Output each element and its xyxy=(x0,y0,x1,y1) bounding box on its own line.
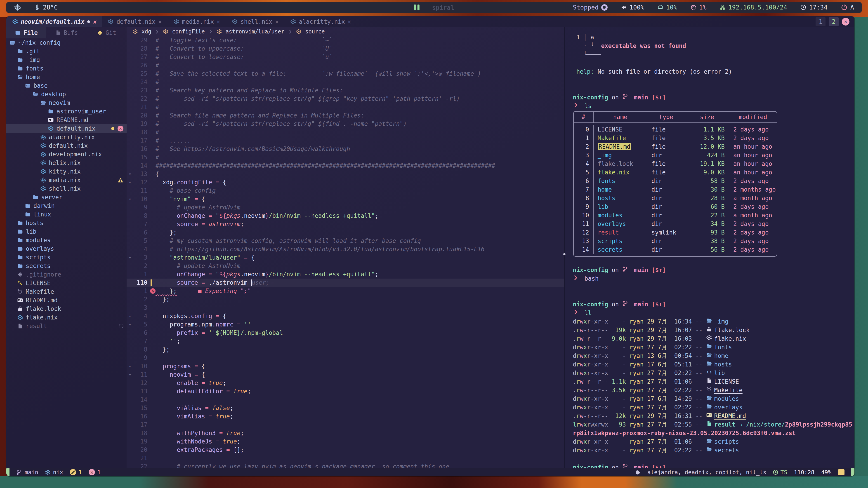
code-line[interactable]: 8 onChange = "${pkgs.neovim}/bin/nvim --… xyxy=(127,212,564,220)
code-line[interactable]: 16# See https://astronvim.com/Basic%20Us… xyxy=(127,145,564,153)
code-line[interactable]: ▾3 "astronvim/lua/user" = { xyxy=(127,254,564,262)
buffer-tab-alacritty-nix[interactable]: alacritty.nix✕ xyxy=(284,16,357,27)
code-line[interactable]: 14 xyxy=(127,396,564,404)
code-line[interactable]: 1 onChange = "${pkgs.neovim}/bin/nvim --… xyxy=(127,270,564,279)
tree-item-linux[interactable]: linux xyxy=(6,210,127,219)
tree-item--img[interactable]: _img xyxy=(6,56,127,64)
diagnostics-error-icon[interactable]: ✕ xyxy=(89,469,95,475)
code-line[interactable]: 6 }; xyxy=(127,228,564,237)
tree-item-default-nix[interactable]: default.nix✕ xyxy=(6,124,127,133)
code-line[interactable]: 18# xyxy=(127,128,564,136)
code-line[interactable]: 8 }; xyxy=(127,346,564,354)
terminal-pane[interactable]: 1 │ a · ╰─ executable was not found ╰───… xyxy=(565,27,855,468)
code-line[interactable]: 12 enable = true; xyxy=(127,379,564,387)
code-line-current[interactable]: 110 source = ./astronvim_user; xyxy=(127,279,564,287)
buffer-tab-neovim-default-nix[interactable]: neovim/default.nix✕ xyxy=(6,16,102,27)
code-line[interactable]: 16 vimAlias = true; xyxy=(127,412,564,421)
code-line[interactable]: 19 withNodeJs = true; xyxy=(127,437,564,446)
buffer-close-icon[interactable]: ✕ xyxy=(348,18,351,25)
code-line[interactable]: 20# Search file name pattern and Replace… xyxy=(127,111,564,120)
code-line[interactable]: 11 # base config xyxy=(127,187,564,195)
volume-icon[interactable] xyxy=(621,4,627,10)
fold-open-icon[interactable]: ▾ xyxy=(127,195,133,203)
vim-tab-1[interactable]: 1 xyxy=(815,17,826,26)
fold-open-icon[interactable]: ▾ xyxy=(127,178,133,187)
tree-item-alacritty-nix[interactable]: alacritty.nix xyxy=(6,133,127,141)
code-line[interactable]: 4 # https://github.com/AstroNvim/AstroNv… xyxy=(127,245,564,254)
tab-close-button[interactable]: ✕ xyxy=(842,18,849,26)
code-line[interactable]: ▾10 "nvim" = { xyxy=(127,195,564,203)
fold-open-icon[interactable]: ▾ xyxy=(127,320,133,329)
file-explorer[interactable]: FileBufsGit ~/nix-config.git_imgfontshom… xyxy=(6,27,127,468)
code-line[interactable]: 14######################################… xyxy=(127,162,564,170)
buffer-close-icon[interactable]: ✕ xyxy=(275,18,279,25)
tree-item--gitignore[interactable]: .gitignore xyxy=(6,270,127,279)
tree-item-kitty-nix[interactable]: kitty.nix xyxy=(6,167,127,176)
power-icon[interactable] xyxy=(841,4,848,11)
code-line[interactable]: 21 xyxy=(127,454,564,462)
tree-item-README-md[interactable]: README.md xyxy=(6,116,127,124)
code-line[interactable]: 19# sed -ri "s/pattern_str/replace_str/g… xyxy=(127,120,564,128)
code-line[interactable]: 26# xyxy=(127,61,564,70)
code-line[interactable]: 15 viAlias = false; xyxy=(127,404,564,412)
code-line[interactable]: 7 source = astronvim; xyxy=(127,220,564,228)
tree-item-media-nix[interactable]: media.nix xyxy=(6,176,127,184)
breadcrumb-segment[interactable]: configFile xyxy=(172,29,205,35)
breadcrumb-segment[interactable]: astronvim/lua/user xyxy=(225,29,284,35)
tree-item-shell-nix[interactable]: shell.nix xyxy=(6,184,127,193)
network-icon[interactable] xyxy=(719,4,725,10)
vim-tab-2[interactable]: 2 xyxy=(829,17,839,26)
code-line[interactable]: 28# Convert to uppercase: `U` xyxy=(127,44,564,53)
close-buffer-icon[interactable]: ✕ xyxy=(118,126,123,131)
tree-item-helix-nix[interactable]: helix.nix xyxy=(6,159,127,167)
code-line[interactable]: 17# ...... xyxy=(127,136,564,145)
tree-item-Makefile[interactable]: Makefile xyxy=(6,287,127,296)
code-line[interactable]: 20 extraPackages = []; xyxy=(127,446,564,454)
fold-open-icon[interactable]: ▾ xyxy=(127,254,133,262)
code-line[interactable]: ▾4 nixpkgs.config = { xyxy=(127,312,564,320)
keyboard-layout[interactable]: A xyxy=(850,4,854,11)
breadcrumb-segment[interactable]: xdg xyxy=(142,29,151,35)
tree-item-README-md[interactable]: README.md xyxy=(6,296,127,304)
code-line[interactable]: ▾5 programs.npm.npmrc = '' xyxy=(127,320,564,329)
tree-item-base[interactable]: base xyxy=(6,81,127,90)
code-line[interactable]: 6 prefix = ''${HOME}/.npm-global xyxy=(127,329,564,337)
code-line[interactable]: ▾10 programs = { xyxy=(127,362,564,370)
tree-item-home[interactable]: home xyxy=(6,73,127,81)
tree-item-modules[interactable]: modules xyxy=(6,236,127,245)
buffer-close-icon[interactable]: ✕ xyxy=(217,18,220,25)
tree-item-result[interactable]: result xyxy=(6,322,127,330)
buffer-tab-shell-nix[interactable]: shell.nix✕ xyxy=(226,16,285,27)
code-line[interactable]: 22# sed -ri "s/pattern_str/replace_str/g… xyxy=(127,95,564,103)
stop-icon[interactable] xyxy=(601,4,608,11)
tree-item-server[interactable]: server xyxy=(6,193,127,201)
code-line[interactable]: 22 # currently we use lazy.nvim as neovi… xyxy=(127,462,564,468)
code-line[interactable]: 2 }; xyxy=(127,295,564,304)
tree-item--git[interactable]: .git xyxy=(6,47,127,56)
git-branch-name[interactable]: main xyxy=(25,469,38,476)
code-line[interactable]: 5 # my cusotom astronvim config, astronv… xyxy=(127,237,564,245)
code-line[interactable]: 9 # update AstroNvim xyxy=(127,203,564,212)
tree-item-fonts[interactable]: fonts xyxy=(6,64,127,73)
code-line[interactable]: 23# Search key pattern and Replace in Mu… xyxy=(127,86,564,95)
explorer-tab-bufs[interactable]: Bufs xyxy=(46,27,86,38)
tree-item-flake-nix[interactable]: flake.nix xyxy=(6,313,127,322)
fold-open-icon[interactable]: ▾ xyxy=(127,312,133,320)
tree-item-secrets[interactable]: secrets xyxy=(6,262,127,270)
code-line[interactable]: 24# xyxy=(127,78,564,86)
fold-open-icon[interactable]: ▾ xyxy=(127,362,133,370)
explorer-tab-git[interactable]: Git xyxy=(87,27,127,38)
tree-item-darwin[interactable]: darwin xyxy=(6,201,127,210)
fold-open-icon[interactable]: ▾ xyxy=(127,170,133,178)
code-line[interactable]: 25# Save the selected text to a file: `:… xyxy=(127,70,564,78)
buffer-close-icon[interactable]: ✕ xyxy=(158,18,162,25)
code-line[interactable]: 27# Convert to lowercase: `u` xyxy=(127,53,564,61)
breadcrumb-segment[interactable]: source xyxy=(305,29,325,35)
code-line[interactable]: ▾13{ xyxy=(127,170,564,178)
code-line[interactable]: 3 xyxy=(127,304,564,312)
explorer-tab-file[interactable]: File xyxy=(6,27,46,38)
tree-item-lib[interactable]: lib xyxy=(6,227,127,236)
code-editor[interactable]: 29# Toggle text's case: `~` 28# Convert … xyxy=(127,36,564,468)
code-line[interactable]: 15# xyxy=(127,153,564,162)
code-line[interactable]: 2 # update AstroNvim xyxy=(127,262,564,270)
